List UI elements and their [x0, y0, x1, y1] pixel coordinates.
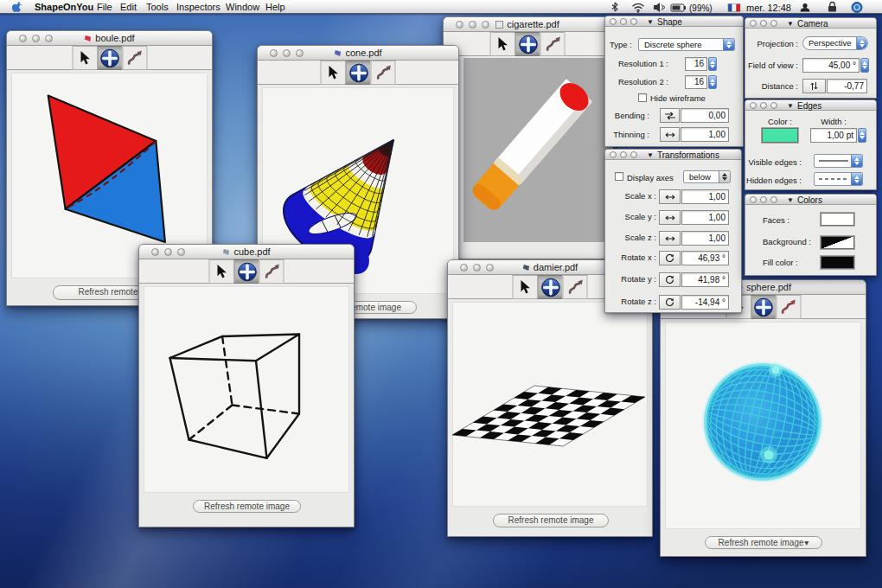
svg-text:mer. 12:48: mer. 12:48: [746, 3, 791, 13]
svg-text:(99%): (99%): [689, 3, 713, 13]
